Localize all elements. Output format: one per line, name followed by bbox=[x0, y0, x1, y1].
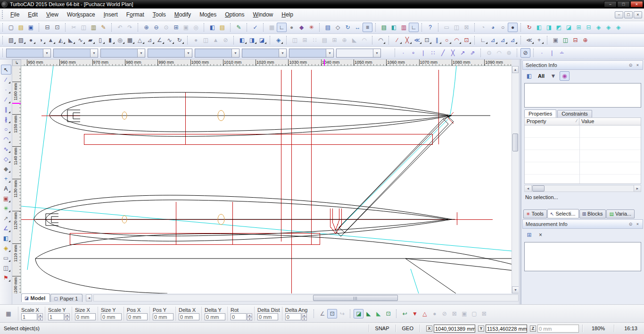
render-quality-icon[interactable]: ● bbox=[508, 23, 518, 32]
bool-boxes-icon[interactable]: ◫ bbox=[201, 35, 211, 45]
spline-tool[interactable]: ∿ bbox=[1, 144, 11, 154]
field-value[interactable]: 0 mm bbox=[179, 313, 199, 320]
lock-position-icon[interactable]: ▣ bbox=[459, 309, 469, 318]
cut-icon[interactable]: ✂ bbox=[69, 23, 79, 32]
properties-scrollbar[interactable]: ◄ ► bbox=[524, 185, 641, 192]
insert-palette-icon[interactable]: ◧ bbox=[207, 23, 217, 32]
menu-file[interactable]: File bbox=[6, 9, 24, 20]
sketch-arc-icon[interactable]: ◠ bbox=[452, 35, 462, 45]
selection-list[interactable] bbox=[524, 83, 641, 108]
stamp-copy-icon[interactable]: ⊡ bbox=[422, 35, 432, 45]
field-value[interactable]: 0 bbox=[231, 313, 247, 320]
open-file-icon[interactable]: ▤ bbox=[16, 23, 26, 32]
palette-tab-varia[interactable]: ▤Varia... bbox=[606, 209, 634, 218]
helix-30-icon[interactable]: ↻ bbox=[174, 35, 184, 45]
workplane-by-cplane-icon[interactable]: ◣ bbox=[373, 309, 383, 318]
highlight-selection-icon[interactable]: ◉ bbox=[560, 71, 570, 81]
dropdown-arrow-icon[interactable]: ▼ bbox=[137, 49, 145, 57]
field-value[interactable]: 0 mm bbox=[205, 313, 225, 320]
menu-workspace[interactable]: Workspace bbox=[63, 9, 99, 20]
x-coordinate-field[interactable]: 1040,901389 mm bbox=[434, 325, 475, 333]
snap-intersection-icon[interactable]: ╱ bbox=[438, 48, 448, 58]
snap-nearest-facet-icon[interactable]: ⇗ bbox=[468, 48, 478, 58]
y-coordinate-field[interactable]: 1153,460228 mm bbox=[486, 325, 527, 333]
oblique-cone-icon[interactable]: ◭ bbox=[56, 35, 66, 45]
stylus-pen-icon[interactable]: ✎ bbox=[234, 23, 244, 32]
pick-point-tool[interactable]: ⚑ bbox=[1, 273, 11, 283]
chamfer-faces-icon[interactable]: ⊿ bbox=[508, 35, 518, 45]
view-bottom-icon[interactable]: ⊟ bbox=[584, 23, 594, 32]
array-grid-icon[interactable]: ⊞ bbox=[300, 35, 310, 45]
cross-trim-icon[interactable]: ╳ bbox=[402, 35, 412, 45]
inspector-palette-icon[interactable]: ▦ bbox=[4, 309, 14, 318]
scroll-right-icon[interactable]: ► bbox=[634, 185, 641, 192]
lock-size-icon[interactable]: ▢ bbox=[469, 309, 479, 318]
mdi-close-button[interactable]: × bbox=[634, 11, 642, 18]
line-weight-combo[interactable]: ▼ bbox=[148, 49, 192, 58]
ruler-origin-button[interactable]: ↳ bbox=[12, 59, 21, 66]
field-value[interactable]: 0 mm bbox=[153, 313, 173, 320]
snap-on-line-icon[interactable]: ∣ bbox=[418, 48, 428, 58]
tab-properties[interactable]: Properties bbox=[524, 109, 556, 117]
decoration-icon[interactable]: ✳ bbox=[306, 23, 316, 32]
format-painter-icon[interactable]: ✎ bbox=[99, 23, 108, 32]
spinner[interactable]: ▲▼ bbox=[38, 313, 43, 320]
pan-view-icon[interactable]: ↔ bbox=[353, 23, 363, 32]
solid-primitives-tool[interactable]: ◆ bbox=[1, 164, 11, 174]
array-slope-icon[interactable]: ◣ bbox=[349, 35, 359, 45]
no-symbol-icon[interactable]: ⊘ bbox=[439, 309, 449, 318]
mirror-copy-icon[interactable]: ≪ bbox=[412, 35, 422, 45]
boolean-add-icon[interactable]: ◧ bbox=[237, 35, 247, 45]
menu-tools[interactable]: Tools bbox=[149, 9, 170, 20]
horizontal-scrollbar[interactable] bbox=[93, 294, 519, 301]
menu-modes[interactable]: Modes bbox=[195, 9, 221, 20]
hemisphere-icon[interactable]: ◑ bbox=[36, 35, 46, 45]
strut[interactable] bbox=[336, 116, 454, 236]
workplane-by-world-icon[interactable]: ◣ bbox=[363, 309, 373, 318]
curve-nudge-icon[interactable]: ↪ bbox=[337, 309, 347, 318]
select-by-rect-tool[interactable]: ▭ bbox=[1, 253, 11, 263]
arc-tool[interactable]: ◠ bbox=[1, 134, 11, 144]
profile-30-icon[interactable]: ∿ bbox=[165, 35, 174, 45]
z-coordinate-field[interactable]: 0 mm bbox=[537, 325, 579, 333]
picture-tool[interactable]: ▣ bbox=[1, 193, 11, 203]
snap-quadrant-icon[interactable]: ⊚ bbox=[504, 48, 514, 58]
menu-view[interactable]: View bbox=[42, 9, 63, 20]
bool-prism-icon[interactable]: ▲ bbox=[211, 35, 221, 45]
construction-line-tool[interactable]: ∦ bbox=[1, 114, 11, 124]
new-file-icon[interactable]: ▢ bbox=[6, 23, 16, 32]
double-line-tool[interactable]: ∥ bbox=[1, 104, 11, 114]
context-help-icon[interactable]: ? bbox=[425, 23, 435, 32]
array-radial-icon[interactable]: ⊕ bbox=[339, 35, 349, 45]
snap-aperture-icon[interactable]: ∸ bbox=[557, 48, 567, 58]
snap-ortho-icon[interactable]: ∣ bbox=[547, 48, 557, 58]
menu-drag-handle[interactable] bbox=[2, 10, 4, 19]
draft-solid-icon[interactable]: ⊿ bbox=[145, 35, 155, 45]
slab-icon[interactable]: ▰ bbox=[85, 35, 95, 45]
line-tool[interactable]: ∕ bbox=[1, 94, 11, 104]
zoom-dynamic-icon[interactable]: ⊙ bbox=[161, 23, 171, 32]
boolean-subtract-icon[interactable]: ◨ bbox=[247, 35, 257, 45]
rotate-30-icon[interactable]: ∠ bbox=[155, 35, 165, 45]
material-combo[interactable]: ▼ bbox=[242, 49, 287, 58]
revert-workplane-icon[interactable]: ↩ bbox=[400, 309, 410, 318]
dropdown-arrow-icon[interactable]: ▼ bbox=[373, 49, 380, 57]
no-snap-icon[interactable]: ⊘ bbox=[520, 48, 530, 58]
multi-split-icon[interactable]: ≪ bbox=[524, 35, 534, 45]
spinner[interactable]: ▲▼ bbox=[65, 313, 70, 320]
dropdown-arrow-icon[interactable]: ▼ bbox=[279, 49, 286, 57]
group-icon[interactable]: ▭ bbox=[442, 23, 452, 32]
workplane-by-facet-icon[interactable]: ⊡ bbox=[383, 309, 393, 318]
reference-book-icon[interactable]: ◆ bbox=[297, 23, 306, 32]
wedge-icon[interactable]: ◣ bbox=[66, 35, 75, 45]
wing-rib-large[interactable] bbox=[35, 234, 512, 293]
guide-lines[interactable] bbox=[21, 66, 512, 293]
undo-icon[interactable]: ↶ bbox=[115, 23, 125, 32]
measurement-clear-icon[interactable]: × bbox=[536, 230, 545, 240]
ruler-vertical[interactable]: 1160 mm1150 mm1140 mm1130 mm1120 mm1110 … bbox=[12, 66, 21, 293]
tangent-circle-icon[interactable]: ○ bbox=[442, 35, 452, 45]
scroll-left-icon[interactable]: ◄ bbox=[525, 185, 532, 192]
scroll-up-icon[interactable]: ▲ bbox=[512, 66, 519, 73]
line-style-combo[interactable]: ▼ bbox=[100, 49, 145, 58]
render-style-combo[interactable]: ▼ bbox=[289, 49, 334, 58]
